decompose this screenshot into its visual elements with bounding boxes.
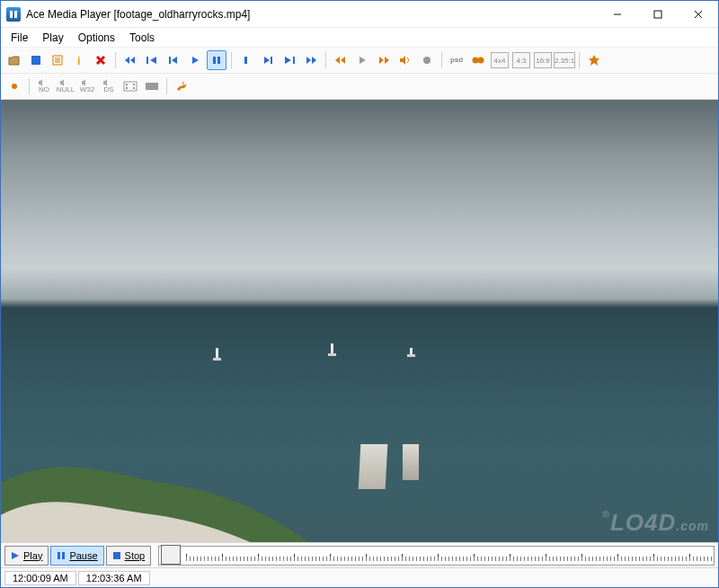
close-file-button[interactable] [91, 50, 111, 70]
svg-rect-4 [654, 11, 661, 18]
svg-marker-15 [125, 57, 129, 64]
close-button[interactable] [678, 1, 718, 27]
video-frame-detail [410, 348, 413, 355]
app-icon [6, 7, 21, 22]
svg-text:i: i [77, 55, 80, 66]
menu-file[interactable]: File [4, 30, 34, 46]
svg-rect-46 [124, 82, 137, 91]
svg-marker-31 [335, 57, 340, 64]
svg-rect-17 [146, 57, 148, 64]
toolbar-primary: i psd 4x4 4:3 16:9 2.35:1 [1, 48, 718, 74]
frame-step-button[interactable] [236, 50, 256, 70]
svg-marker-27 [285, 57, 291, 64]
pause-control-button[interactable]: Pause [50, 546, 103, 566]
status-bar: 12:00:09 AM 12:03:36 AM [1, 567, 718, 587]
video-renderer-button[interactable] [120, 76, 140, 96]
step-forward-button[interactable] [258, 50, 278, 70]
play-icon [11, 551, 20, 560]
svg-point-39 [478, 58, 484, 64]
aspect-native-button[interactable]: 4x4 [490, 50, 510, 70]
separator [29, 78, 30, 94]
separator [441, 52, 442, 68]
record-button[interactable] [417, 50, 437, 70]
seek-slider[interactable] [158, 546, 715, 566]
svg-rect-55 [113, 552, 120, 559]
svg-rect-28 [293, 57, 295, 64]
video-frame-detail [331, 343, 333, 354]
svg-marker-33 [360, 57, 366, 64]
next-track-button[interactable] [280, 50, 299, 70]
output-no-button[interactable]: NO [34, 76, 54, 96]
output-w32-button[interactable]: W32 [77, 76, 97, 96]
psd-button[interactable]: psd [447, 50, 466, 70]
settings-dot-button[interactable] [4, 76, 24, 96]
menu-play[interactable]: Play [36, 30, 69, 46]
separator [325, 52, 326, 68]
controls-row: Play Pause Stop [1, 542, 718, 567]
svg-rect-26 [271, 57, 272, 64]
separator [166, 78, 167, 94]
stop-control-button[interactable]: Stop [106, 546, 152, 566]
play-label: Play [23, 550, 42, 561]
svg-marker-32 [341, 57, 345, 64]
output-null-button[interactable]: NULL [56, 76, 75, 96]
play-button[interactable] [185, 50, 205, 70]
stop-square-blue-button[interactable] [26, 50, 46, 70]
svg-rect-49 [126, 87, 128, 89]
svg-rect-23 [217, 57, 220, 64]
svg-marker-34 [379, 57, 384, 64]
seek-back-button[interactable] [331, 50, 351, 70]
video-frame-detail [359, 444, 388, 489]
play-control-button[interactable]: Play [4, 546, 49, 566]
open-button[interactable] [4, 50, 24, 70]
pause-icon [57, 551, 66, 560]
audio-track-button[interactable] [468, 50, 488, 70]
step-back-button[interactable] [164, 50, 183, 70]
svg-point-41 [12, 84, 17, 89]
prev-track-button[interactable] [142, 50, 162, 70]
svg-rect-2 [14, 11, 17, 18]
status-elapsed: 12:00:09 AM [4, 571, 76, 585]
video-frame-detail [1, 418, 324, 542]
menubar: File Play Options Tools [1, 28, 718, 48]
aspect-235-button[interactable]: 2.35:1 [555, 50, 574, 70]
rewind-button[interactable] [120, 50, 140, 70]
aspect-43-button[interactable]: 4:3 [511, 50, 531, 70]
video-frame-detail [216, 348, 218, 359]
svg-rect-48 [133, 84, 135, 85]
pause-button[interactable] [207, 50, 226, 70]
svg-marker-35 [385, 57, 389, 64]
separator [579, 52, 580, 68]
favorite-button[interactable] [584, 50, 604, 70]
maximize-button[interactable] [637, 1, 678, 27]
menu-options[interactable]: Options [72, 30, 121, 46]
svg-rect-7 [31, 56, 40, 65]
output-ds-button[interactable]: DS [99, 76, 119, 96]
mute-button[interactable] [395, 50, 415, 70]
aspect-169-button[interactable]: 16:9 [533, 50, 553, 70]
status-total: 12:03:36 AM [78, 571, 150, 585]
separator [231, 52, 232, 68]
video-frame-detail [403, 444, 419, 480]
svg-marker-52 [12, 552, 19, 559]
svg-marker-29 [306, 57, 311, 64]
menu-tools[interactable]: Tools [123, 30, 161, 46]
svg-rect-53 [58, 552, 60, 559]
info-button[interactable]: i [69, 50, 89, 70]
toolbar-secondary: NO NULL W32 DS [1, 74, 718, 100]
seek-forward-button[interactable] [374, 50, 394, 70]
svg-marker-20 [172, 57, 177, 64]
seek-thumb[interactable] [161, 545, 181, 565]
minimize-button[interactable] [597, 1, 637, 27]
playlist-button[interactable] [48, 50, 67, 70]
svg-rect-1 [10, 11, 13, 18]
video-display[interactable]: ®LO4D.com [1, 100, 718, 542]
svg-marker-36 [400, 56, 405, 65]
svg-marker-16 [130, 57, 135, 64]
tools-wrench-button[interactable] [172, 76, 191, 96]
play-gray-button[interactable] [352, 50, 372, 70]
overlay-button[interactable] [142, 76, 162, 96]
fast-forward-button[interactable] [301, 50, 321, 70]
svg-rect-22 [213, 57, 216, 64]
window-title: Ace Media Player [footage_oldharryrocks.… [26, 8, 597, 21]
